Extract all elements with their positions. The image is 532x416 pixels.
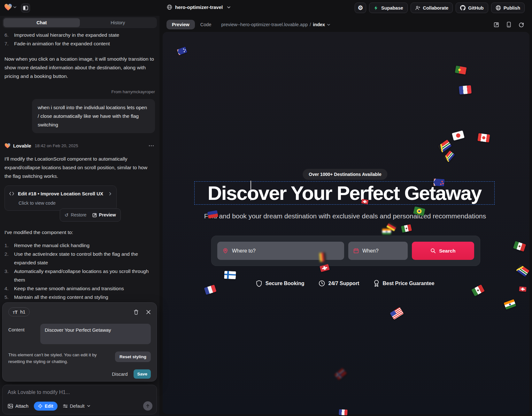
agent-name: Lovable: [13, 141, 31, 150]
publish-button[interactable]: Publish: [491, 3, 525, 13]
settings-button[interactable]: ⚙: [355, 3, 366, 13]
h1-selection-outline: Discover Your Perfect Getaway: [194, 181, 495, 205]
publish-globe-icon: [496, 5, 501, 11]
text-caret: [251, 181, 251, 200]
project-menu[interactable]: hero-optimizer-travel: [167, 4, 231, 10]
list-item: 5.Maintain all the existing content and …: [4, 293, 155, 301]
content-textarea[interactable]: Discover Your Perfect Getaway: [40, 324, 151, 344]
style-note-text: This element can't be styled. You can ed…: [8, 352, 107, 365]
agent-paragraph: I've modified the component to:: [4, 228, 155, 237]
supabase-button[interactable]: Supabase: [369, 3, 408, 13]
element-editor-panel: TT h1 Content Discover Your Perfect Geta…: [2, 302, 157, 382]
element-tag-pill[interactable]: TT h1: [8, 307, 30, 316]
tab-code[interactable]: Code: [200, 22, 212, 27]
more-options-icon[interactable]: [148, 144, 155, 147]
search-bar: Where to? When? Search: [211, 236, 480, 266]
tab-preview[interactable]: Preview: [166, 20, 195, 29]
element-tag-label: h1: [20, 309, 25, 314]
feature-clock: 24/7 Support: [319, 280, 359, 287]
edit-mode-button[interactable]: Edit: [34, 402, 57, 411]
edit-card-subtitle: Click to view code: [9, 200, 112, 206]
shield-icon: [256, 280, 262, 287]
project-name: hero-optimizer-travel: [175, 4, 223, 10]
save-button[interactable]: Save: [134, 369, 151, 379]
version-actions-pill: ↺ Restore Preview: [60, 208, 121, 222]
agent-paragraph: I'll modify the LocationScroll component…: [4, 155, 155, 180]
list-item: 1.Remove the manual click handling: [4, 241, 155, 250]
people-icon: [415, 5, 420, 11]
preview-toolbar: Preview Code preview--hero-optimizer-tra…: [163, 19, 532, 31]
logo-chevron-down-icon[interactable]: [13, 5, 17, 9]
agent-change-list: 6.Improved visual hierarchy in the expan…: [4, 31, 155, 48]
collaborate-button[interactable]: Collaborate: [411, 3, 453, 13]
agent-steps-list: 1.Remove the manual click handling2.Use …: [4, 241, 155, 301]
globe-icon: [167, 4, 172, 10]
chevron-right-icon: [108, 192, 112, 196]
reset-styling-button[interactable]: Reset styling: [115, 352, 151, 362]
list-item: 7.Fade-in animation for the expanded con…: [4, 39, 155, 48]
attach-button[interactable]: Attach: [8, 404, 28, 409]
hero-subtitle: Find and book your dream destination wit…: [204, 212, 486, 220]
restore-icon: ↺: [65, 213, 69, 217]
close-icon[interactable]: [146, 310, 151, 314]
message-author-label: From harrymckayroper: [4, 87, 155, 96]
where-to-input[interactable]: Where to?: [217, 242, 344, 260]
external-link-icon: [92, 213, 97, 217]
award-icon: [373, 280, 379, 287]
github-button[interactable]: GitHub: [456, 3, 488, 13]
arrow-up-icon: [146, 404, 150, 408]
lovable-logo-icon[interactable]: [4, 4, 12, 11]
content-label: Content: [8, 324, 25, 344]
when-placeholder: When?: [362, 248, 379, 254]
when-input[interactable]: When?: [348, 242, 408, 260]
list-item: 3.Automatically expand/collapse location…: [4, 267, 155, 284]
list-item: 4.Keep the same smooth animations and tr…: [4, 284, 155, 293]
list-item: 6.Improved visual hierarchy in the expan…: [4, 31, 155, 39]
tab-history[interactable]: History: [80, 18, 156, 27]
open-in-new-tab-icon[interactable]: [494, 22, 499, 27]
url-chevron-down-icon: [327, 23, 330, 26]
feature-award: Best Price Guarantee: [373, 280, 434, 287]
github-icon: [460, 5, 466, 11]
code-icon: [9, 192, 14, 196]
send-button[interactable]: [143, 401, 152, 411]
chat-composer[interactable]: Ask Lovable to modify H1... Attach Edit …: [2, 385, 157, 414]
chat-sidebar: Chat History 6.Improved visual hierarchy…: [0, 16, 159, 416]
composer-placeholder[interactable]: Ask Lovable to modify H1...: [8, 390, 151, 395]
search-icon: [430, 248, 436, 253]
refresh-icon[interactable]: [519, 22, 524, 27]
agent-message-header: Lovable 18:42 on Feb 20, 2025: [4, 141, 155, 150]
hero-title[interactable]: Discover Your Perfect Getaway: [208, 182, 481, 204]
trash-icon[interactable]: [134, 309, 139, 315]
sidebar-tabs: Chat History: [3, 17, 157, 28]
agent-paragraph: Now when you click on a location image, …: [4, 55, 155, 80]
feature-shield: Secure Booking: [256, 280, 305, 287]
preview-url-page: index: [313, 22, 325, 27]
sidebar-toggle-button[interactable]: [21, 4, 30, 12]
top-bar: hero-optimizer-travel ⚙ Supabase Collabo…: [0, 0, 532, 16]
tab-chat[interactable]: Chat: [4, 18, 80, 27]
user-message-bubble: when i scroll into the individual locati…: [32, 99, 155, 133]
gear-icon: ⚙: [358, 4, 363, 11]
image-icon: [8, 404, 13, 409]
project-chevron-down-icon: [227, 5, 231, 9]
chevron-down-icon: [87, 404, 90, 408]
supabase-bolt-icon: [374, 5, 379, 11]
preview-frame[interactable]: Over 1000+ Destinations Available Discov…: [163, 32, 529, 414]
discard-button[interactable]: Discard: [112, 372, 127, 377]
mobile-view-icon[interactable]: [506, 22, 511, 27]
mode-select[interactable]: Default: [63, 404, 90, 409]
edit-version-card[interactable]: Edit #18 • Improve Location Scroll UX Cl…: [4, 185, 117, 211]
preview-version-button[interactable]: Preview: [92, 211, 116, 219]
text-size-icon: TT: [13, 310, 18, 314]
clock-icon: [319, 280, 325, 287]
preview-url-host: preview--hero-optimizer-travel.lovable.a…: [221, 22, 308, 27]
search-button[interactable]: Search: [412, 242, 474, 260]
restore-button[interactable]: ↺ Restore: [65, 211, 87, 219]
list-item: 2.Use the activeIndex state to control b…: [4, 250, 155, 267]
calendar-icon: [353, 248, 359, 253]
preview-url[interactable]: preview--hero-optimizer-travel.lovable.a…: [221, 22, 331, 27]
sliders-icon: [63, 404, 68, 408]
location-pin-icon: [222, 248, 228, 254]
lovable-heart-icon: [4, 143, 11, 148]
